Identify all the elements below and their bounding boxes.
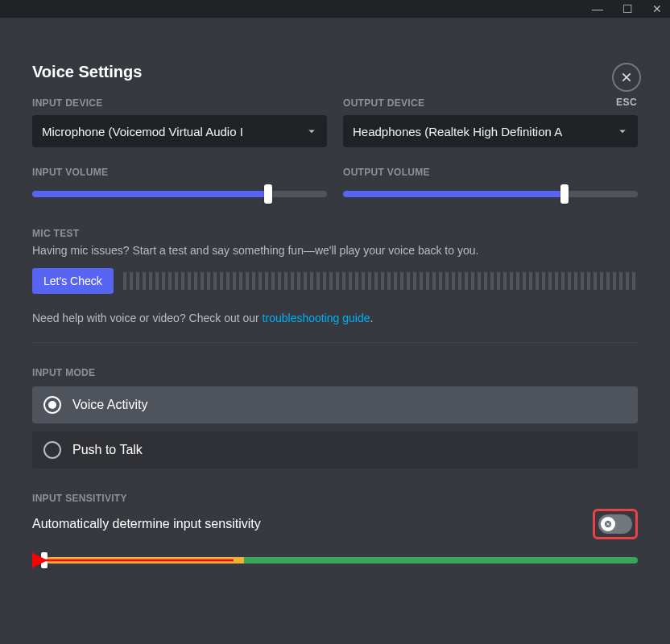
mic-test-help: Having mic issues? Start a test and say … <box>32 244 638 257</box>
page-title: Voice Settings <box>32 63 638 81</box>
mic-test-label: MIC TEST <box>32 228 638 239</box>
section-divider <box>32 342 638 343</box>
input-mode-label: INPUT MODE <box>32 367 638 378</box>
close-settings-button[interactable] <box>612 63 641 92</box>
output-device-select[interactable]: Headphones (Realtek High Definition A <box>343 115 638 147</box>
mic-level-meter <box>123 272 638 290</box>
output-volume-label: OUTPUT VOLUME <box>343 167 638 178</box>
esc-label: ESC <box>612 97 641 108</box>
input-sensitivity-slider[interactable] <box>32 552 638 568</box>
chevron-down-icon <box>304 124 319 138</box>
output-volume-slider[interactable] <box>343 184 638 204</box>
input-device-label: INPUT DEVICE <box>32 97 327 109</box>
input-mode-option[interactable]: Push to Talk <box>32 431 638 469</box>
input-mode-option-label: Push to Talk <box>72 443 143 457</box>
input-mode-option[interactable]: Voice Activity <box>32 386 638 423</box>
input-volume-slider[interactable] <box>32 184 327 204</box>
troubleshoot-text: Need help with voice or video? Check out… <box>32 312 638 324</box>
x-icon <box>604 520 612 528</box>
radio-icon <box>43 396 61 414</box>
radio-icon <box>43 441 61 459</box>
input-volume-label: INPUT VOLUME <box>32 167 327 178</box>
close-icon <box>620 71 633 84</box>
input-device-value: Microphone (Voicemod Virtual Audio I <box>42 125 298 138</box>
window-minimize-button[interactable]: — <box>592 3 603 14</box>
input-sensitivity-label: INPUT SENSITIVITY <box>32 493 638 504</box>
output-device-label: OUTPUT DEVICE <box>343 97 638 109</box>
window-titlebar: — ☐ ✕ <box>0 0 670 18</box>
mic-test-button[interactable]: Let's Check <box>32 268 114 294</box>
window-close-button[interactable]: ✕ <box>652 3 662 14</box>
input-device-select[interactable]: Microphone (Voicemod Virtual Audio I <box>32 115 327 147</box>
chevron-down-icon <box>615 124 630 138</box>
annotation-highlight-box <box>593 509 638 539</box>
output-device-value: Headphones (Realtek High Definition A <box>353 125 609 138</box>
input-mode-option-label: Voice Activity <box>72 398 147 412</box>
window-maximize-button[interactable]: ☐ <box>622 3 633 14</box>
auto-sensitivity-toggle[interactable] <box>598 514 632 534</box>
troubleshoot-link[interactable]: troubleshooting guide <box>263 312 370 324</box>
auto-sensitivity-label: Automatically determine input sensitivit… <box>32 517 261 531</box>
